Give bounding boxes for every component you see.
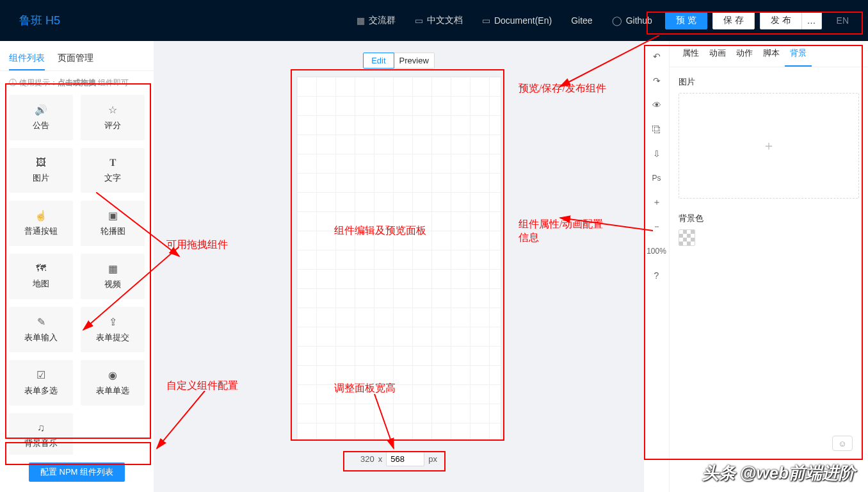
tab-bg[interactable]: 背景 — [785, 41, 812, 67]
radio-icon: ◉ — [108, 369, 117, 381]
top-nav: ▦交流群 ▭中文文档 ▭Document(En) Gitee ◯Github — [357, 15, 652, 26]
carousel-icon: ▣ — [108, 209, 118, 222]
nav-chat[interactable]: ▦交流群 — [357, 15, 396, 26]
comp-radio[interactable]: ◉表单单选 — [81, 360, 145, 406]
nav-github[interactable]: ◯Github — [612, 15, 652, 26]
feedback-button[interactable]: ☺ — [832, 436, 853, 451]
panel-body: 图片 ＋ 背景色 — [670, 67, 868, 255]
edit-mode-button[interactable]: Edit — [363, 53, 394, 69]
width-label: 320 — [360, 454, 374, 464]
tab-components[interactable]: 组件列表 — [9, 47, 45, 70]
left-sidebar: 组件列表 页面管理 ⓘ 使用提示：点击或拖拽 组件即可 🔊公告 ☆评分 🖼图片 … — [0, 41, 154, 492]
redo-button[interactable]: ↷ — [649, 74, 664, 87]
preview-mode-button[interactable]: Preview — [394, 53, 435, 69]
component-grid: 🔊公告 ☆评分 🖼图片 𝐓文字 ☝普通按钮 ▣轮播图 🗺地图 ▦视频 ✎表单输入… — [0, 95, 154, 455]
comp-button[interactable]: ☝普通按钮 — [9, 201, 73, 246]
image-upload-box[interactable]: ＋ — [679, 93, 859, 199]
tab-action[interactable]: 动作 — [731, 41, 758, 67]
height-input[interactable] — [386, 452, 424, 466]
tab-anim[interactable]: 动画 — [704, 41, 731, 67]
upload-icon: ⇪ — [109, 316, 117, 328]
preview-button[interactable]: 预 览 — [665, 12, 707, 29]
psd-button[interactable]: Ps — [649, 172, 664, 184]
comp-form-submit[interactable]: ⇪表单提交 — [81, 307, 145, 352]
app-header: 鲁班 H5 ▦交流群 ▭中文文档 ▭Document(En) Gitee ◯Gi… — [0, 0, 868, 41]
github-icon: ◯ — [612, 15, 622, 26]
header-actions: 预 览 保 存 发 布 … EN — [665, 12, 849, 29]
comp-text[interactable]: 𝐓文字 — [81, 148, 145, 193]
image-icon: 🖼 — [36, 157, 46, 168]
sound-icon: 🔊 — [35, 104, 47, 116]
zoom-out-button[interactable]: － — [649, 220, 664, 233]
pointer-icon: ☝ — [35, 209, 47, 222]
music-icon: ♫ — [37, 422, 45, 434]
canvas-area: Edit Preview 320 x px — [154, 41, 644, 492]
info-icon: ⓘ — [9, 78, 17, 88]
nav-gitee[interactable]: Gitee — [571, 15, 592, 26]
nav-docs-cn[interactable]: ▭中文文档 — [415, 15, 463, 26]
phone-canvas[interactable] — [296, 76, 501, 440]
checkbox-icon: ☑ — [36, 369, 45, 381]
nav-docs-en[interactable]: ▭Document(En) — [482, 15, 552, 26]
copy-button[interactable]: ⿻ — [649, 123, 664, 136]
bgcolor-label: 背景色 — [679, 213, 859, 224]
publish-more-button[interactable]: … — [802, 12, 822, 29]
language-switch[interactable]: EN — [837, 15, 849, 26]
comp-image[interactable]: 🖼图片 — [9, 148, 73, 193]
tab-attrs[interactable]: 属性 — [677, 41, 704, 67]
comp-map[interactable]: 🗺地图 — [9, 254, 73, 299]
text-icon: 𝐓 — [109, 157, 117, 168]
comp-bgmusic[interactable]: ♫背景音乐 — [9, 413, 73, 455]
app-logo: 鲁班 H5 — [19, 13, 357, 28]
left-tabs: 组件列表 页面管理 — [0, 41, 154, 71]
visibility-button[interactable]: 👁 — [649, 99, 664, 111]
tab-script[interactable]: 脚本 — [758, 41, 785, 67]
image-section-label: 图片 — [679, 76, 859, 88]
comp-carousel[interactable]: ▣轮播图 — [81, 201, 145, 246]
comp-rate[interactable]: ☆评分 — [81, 95, 145, 140]
right-tabs: 属性 动画 动作 脚本 背景 — [670, 41, 868, 67]
dimension-controls: 320 x px — [360, 452, 437, 466]
map-icon: 🗺 — [36, 263, 46, 274]
npm-config-button[interactable]: 配置 NPM 组件列表 — [29, 463, 125, 482]
vertical-toolbar: ↶ ↷ 👁 ⿻ ⇩ Ps ＋ － 100% ? — [644, 41, 670, 492]
zoom-in-button[interactable]: ＋ — [649, 196, 664, 209]
watermark: 头条 @web前端进阶 — [702, 462, 855, 484]
publish-group: 发 布 … — [760, 12, 822, 29]
tab-pages[interactable]: 页面管理 — [58, 47, 93, 70]
canvas-mode-switch: Edit Preview — [363, 53, 435, 69]
comp-notice[interactable]: 🔊公告 — [9, 95, 73, 140]
edit-icon: ✎ — [37, 316, 45, 328]
comp-video[interactable]: ▦视频 — [81, 254, 145, 299]
video-icon: ▦ — [108, 263, 118, 275]
main-layout: 组件列表 页面管理 ⓘ 使用提示：点击或拖拽 组件即可 🔊公告 ☆评分 🖼图片 … — [0, 41, 868, 492]
save-button[interactable]: 保 存 — [712, 12, 755, 29]
zoom-level: 100% — [649, 245, 664, 258]
help-button[interactable]: ? — [649, 269, 664, 282]
comp-checkbox[interactable]: ☑表单多选 — [9, 360, 73, 406]
comp-form-input[interactable]: ✎表单输入 — [9, 307, 73, 352]
import-button[interactable]: ⇩ — [649, 147, 664, 160]
star-icon: ☆ — [108, 104, 117, 116]
bgcolor-picker[interactable] — [679, 229, 695, 246]
qrcode-icon: ▦ — [357, 15, 365, 26]
publish-button[interactable]: 发 布 — [760, 12, 802, 29]
undo-button[interactable]: ↶ — [649, 50, 664, 63]
book-icon: ▭ — [415, 15, 423, 26]
book-icon: ▭ — [482, 15, 490, 26]
usage-hint: ⓘ 使用提示：点击或拖拽 组件即可 — [0, 71, 154, 95]
right-panel: 属性 动画 动作 脚本 背景 图片 ＋ 背景色 — [670, 41, 868, 492]
